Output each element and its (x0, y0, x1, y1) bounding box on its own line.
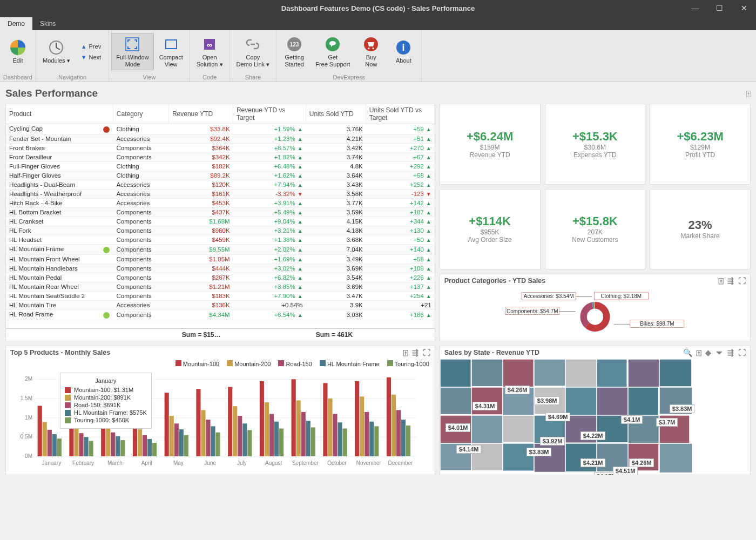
ribbon-copy-demo-link[interactable]: CopyDemo Link ▾ (232, 33, 274, 69)
bar[interactable] (201, 410, 205, 456)
bar[interactable] (184, 435, 188, 456)
ribbon-get-free-support[interactable]: GetFree Support (311, 33, 354, 69)
map-state[interactable] (440, 359, 471, 388)
bar[interactable] (57, 438, 62, 456)
bar[interactable] (364, 412, 369, 456)
bar[interactable] (147, 439, 152, 456)
table-row[interactable]: Front DerailleurComponents$342K+1.82%3.7… (6, 153, 435, 162)
bar[interactable] (216, 433, 220, 456)
bar[interactable] (43, 422, 47, 456)
bar[interactable] (301, 412, 306, 456)
map-state[interactable] (534, 359, 568, 386)
bar[interactable] (170, 416, 174, 456)
bar[interactable] (152, 443, 157, 456)
bar[interactable] (387, 377, 391, 456)
map-state[interactable] (471, 359, 504, 387)
close-button[interactable]: ✕ (732, 0, 756, 16)
table-row[interactable]: HL Bottom BracketComponents$437K+5.49%3.… (6, 208, 435, 217)
bar[interactable] (292, 379, 296, 456)
minimize-button[interactable]: — (683, 0, 707, 16)
bar[interactable] (328, 399, 332, 456)
maximize-icon[interactable]: ⛶ (738, 348, 746, 357)
table-row[interactable]: Full-Finger GlovesClothing$182K+6.48%4.8… (6, 162, 435, 171)
kpi-card-avg-order-size[interactable]: +$114K$955KAvg Order Size (440, 189, 541, 270)
bar[interactable] (116, 436, 120, 456)
multiselect-icon[interactable]: ⇶ (412, 348, 418, 357)
bar[interactable] (392, 395, 396, 456)
tab-demo[interactable]: Demo (0, 17, 32, 30)
table-row[interactable]: HL CranksetComponents$1.68M+9.04%4.15K+3… (6, 217, 435, 226)
bar[interactable] (406, 426, 410, 456)
bar[interactable] (343, 429, 347, 456)
kpi-card-market-share[interactable]: 23%Market Share (650, 189, 751, 270)
bar[interactable] (374, 426, 379, 456)
bar[interactable] (369, 422, 374, 456)
ribbon-next[interactable]: ▼ Next (78, 53, 105, 62)
bar[interactable] (233, 406, 237, 456)
map-state[interactable] (471, 387, 503, 415)
bar[interactable] (265, 402, 269, 456)
table-row[interactable]: Headlights - Dual-BeamAccessories$120K+7… (6, 180, 435, 190)
pie-slice[interactable] (580, 302, 593, 328)
map-state[interactable] (597, 387, 628, 417)
kpi-card-revenue-ytd[interactable]: +$6.24M$159MRevenue YTD (440, 104, 541, 185)
table-row[interactable]: Fender Set - MountainAccessories$92.4K+1… (6, 134, 435, 144)
bar[interactable] (269, 414, 274, 457)
export-icon[interactable]: ⍐ (719, 276, 723, 285)
map-state[interactable] (628, 359, 661, 388)
table-row[interactable]: HL HeadsetComponents$459K+1.38%3.68K+50 (6, 235, 435, 245)
export-icon[interactable]: ⍐ (697, 348, 701, 357)
table-row[interactable]: HL Mountain Rear WheelComponents$1.21M+3… (6, 282, 435, 292)
map-state[interactable] (659, 359, 692, 387)
bar[interactable] (360, 396, 364, 456)
col-header[interactable]: Revenue YTD vs Target (233, 104, 306, 124)
table-row[interactable]: HL Mountain Seat/Saddle 2Components$183K… (6, 292, 435, 301)
map-state[interactable] (565, 359, 598, 388)
map-state[interactable] (440, 387, 472, 414)
map-state[interactable] (597, 359, 627, 389)
col-header[interactable]: Product (6, 104, 113, 124)
map-state[interactable] (628, 387, 658, 416)
bar[interactable] (396, 410, 401, 456)
table-row[interactable]: HL Mountain Front WheelComponents$1.05M+… (6, 255, 435, 264)
bar[interactable] (79, 433, 83, 456)
bar[interactable] (274, 422, 279, 456)
bar[interactable] (174, 423, 179, 456)
ribbon-buy-now[interactable]: BuyNow (355, 33, 387, 69)
table-row[interactable]: Half-Finger GlovesClothing$89.2K+1.62%3.… (6, 171, 435, 180)
ribbon-open-solution[interactable]: ∞OpenSolution ▾ (192, 33, 227, 69)
maximize-icon[interactable]: ⛶ (423, 348, 430, 357)
ribbon-about[interactable]: iAbout (388, 37, 419, 66)
map-state[interactable] (659, 443, 692, 473)
table-row[interactable]: HL Mountain PedalComponents$287K+6.82%3.… (6, 273, 435, 282)
col-header[interactable]: Category (113, 104, 168, 124)
bar[interactable] (279, 429, 284, 456)
ribbon-full-window-mode[interactable]: Full-WindowMode (111, 33, 154, 70)
search-icon[interactable]: 🔍 (683, 348, 692, 357)
bar[interactable] (179, 429, 184, 456)
bar[interactable] (323, 383, 327, 456)
bar[interactable] (111, 433, 115, 456)
kpi-card-profit-ytd[interactable]: +$6.23M$129MProfit YTD (650, 104, 751, 185)
bar[interactable] (206, 420, 210, 456)
ribbon-prev[interactable]: ▲ Prev (78, 42, 105, 51)
map-state[interactable] (503, 415, 535, 442)
table-row[interactable]: HL Mountain HandlebarsComponents$444K+3.… (6, 264, 435, 273)
bar[interactable] (401, 420, 406, 456)
bar[interactable] (138, 429, 142, 456)
export-icon[interactable]: ⍐ (403, 348, 408, 357)
ribbon-modules[interactable]: Modules ▾ (38, 37, 75, 66)
bar[interactable] (242, 423, 247, 456)
bar[interactable] (143, 435, 147, 456)
bar[interactable] (196, 389, 200, 456)
bar[interactable] (48, 430, 52, 456)
bar[interactable] (306, 421, 310, 456)
bar[interactable] (296, 401, 301, 456)
maximize-button[interactable]: ☐ (707, 0, 732, 16)
map-state[interactable] (503, 359, 534, 387)
map-state[interactable] (471, 415, 503, 443)
multiselect-icon[interactable]: ⇶ (727, 348, 734, 357)
ribbon-getting-started[interactable]: 123GettingStarted (279, 33, 310, 69)
table-row[interactable]: Front BrakesComponents$364K+8.57%3.42K+2… (6, 144, 435, 153)
table-row[interactable]: Hitch Rack - 4-BikeAccessories$453K+3.91… (6, 199, 435, 208)
